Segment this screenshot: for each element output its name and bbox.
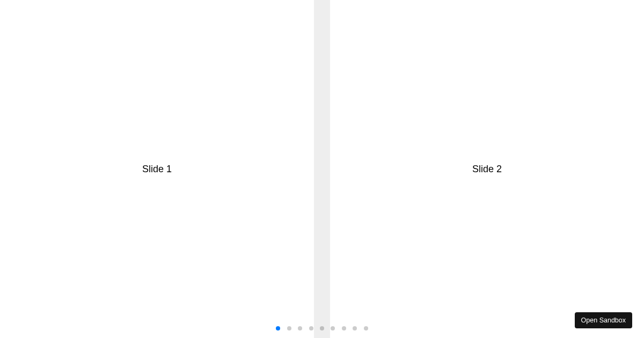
swiper-wrapper: Slide 1 Slide 2 [0, 0, 644, 338]
pagination-bullet-2[interactable] [287, 326, 291, 330]
pagination-bullet-6[interactable] [331, 326, 335, 330]
pagination-bullet-1[interactable] [276, 326, 280, 330]
swiper-container[interactable]: Slide 1 Slide 2 [0, 0, 644, 338]
slide-1[interactable]: Slide 1 [0, 0, 314, 338]
open-sandbox-button[interactable]: Open Sandbox [575, 312, 632, 328]
slide-label: Slide 1 [142, 164, 172, 175]
pagination-bullet-9[interactable] [364, 326, 368, 330]
pagination-bullet-8[interactable] [353, 326, 357, 330]
open-sandbox-label: Open Sandbox [581, 317, 626, 324]
pagination-bullet-7[interactable] [342, 326, 346, 330]
pagination-bullet-4[interactable] [309, 326, 313, 330]
pagination-bullet-5[interactable] [320, 326, 324, 330]
slide-label: Slide 2 [472, 164, 502, 175]
pagination-bullet-3[interactable] [298, 326, 302, 330]
pagination [0, 323, 644, 333]
slide-2[interactable]: Slide 2 [330, 0, 644, 338]
